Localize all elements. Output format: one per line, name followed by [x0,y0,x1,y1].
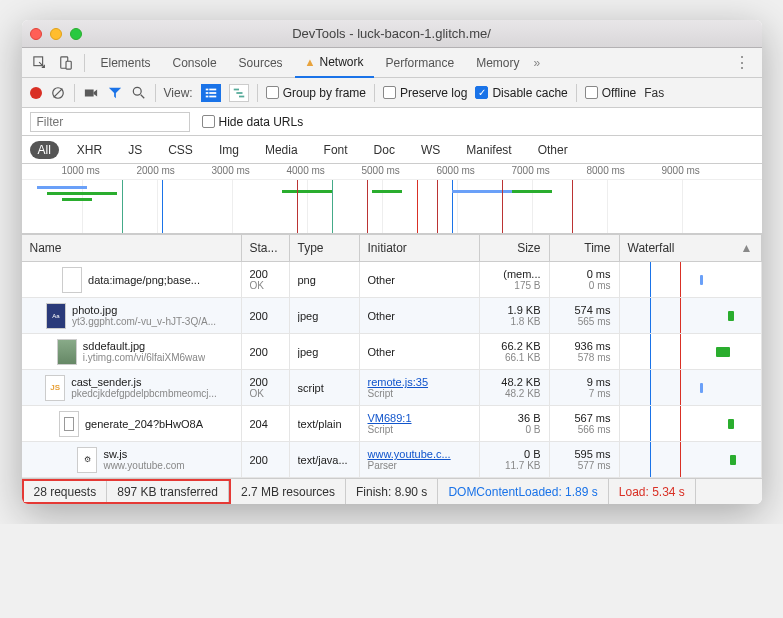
tab-console[interactable]: Console [163,48,227,78]
svg-point-6 [133,87,141,95]
svg-rect-14 [233,88,238,90]
col-type[interactable]: Type [290,235,360,261]
stat-transferred: 897 KB transferred [107,481,229,502]
svg-rect-12 [205,95,208,97]
camera-icon[interactable] [83,85,99,101]
cell-size: (mem...175 B [480,262,550,297]
initiator-link[interactable]: remote.js:35 [368,376,471,388]
table-row[interactable]: sddefault.jpgi.ytimg.com/vi/6lfaiXM6waw … [22,334,762,370]
preserve-log-checkbox[interactable]: Preserve log [383,86,467,100]
tab-performance[interactable]: Performance [376,48,465,78]
minimize-button[interactable] [50,28,62,40]
tab-memory[interactable]: Memory [466,48,529,78]
type-doc[interactable]: Doc [366,141,403,159]
svg-rect-15 [236,92,242,94]
svg-line-4 [53,88,62,97]
initiator-link[interactable]: www.youtube.c... [368,448,471,460]
cell-initiator: Other [360,334,480,369]
table-row[interactable]: generate_204?bHwO8A 204 text/plain VM689… [22,406,762,442]
type-manifest[interactable]: Manifest [458,141,519,159]
type-css[interactable]: CSS [160,141,201,159]
cell-status: 200 [242,298,290,333]
svg-rect-16 [239,95,244,97]
svg-rect-10 [205,92,208,94]
cell-size: 0 B11.7 KB [480,442,550,477]
cell-waterfall [620,334,762,369]
cell-time: 574 ms565 ms [550,298,620,333]
svg-rect-9 [209,88,216,90]
more-tabs-icon[interactable]: » [534,56,541,70]
type-js[interactable]: JS [120,141,150,159]
filter-input[interactable] [30,112,190,132]
cell-waterfall [620,370,762,405]
cell-time: 9 ms7 ms [550,370,620,405]
cell-size: 66.2 KB66.1 KB [480,334,550,369]
network-toolbar: View: Group by frame Preserve log ✓Disab… [22,78,762,108]
titlebar: DevTools - luck-bacon-1.glitch.me/ [22,20,762,48]
cell-status: 200 [242,442,290,477]
type-img[interactable]: Img [211,141,247,159]
col-initiator[interactable]: Initiator [360,235,480,261]
view-waterfall-button[interactable] [229,84,249,102]
type-all[interactable]: All [30,141,59,159]
cell-name: JS cast_sender.jspkedcjkdefgpdelpbcmbmeo… [22,370,242,405]
type-font[interactable]: Font [316,141,356,159]
type-other[interactable]: Other [530,141,576,159]
type-filter-row: All XHR JS CSS Img Media Font Doc WS Man… [22,136,762,164]
cell-size: 48.2 KB48.2 KB [480,370,550,405]
group-by-frame-checkbox[interactable]: Group by frame [266,86,366,100]
svg-rect-8 [205,88,208,90]
tab-sources[interactable]: Sources [229,48,293,78]
initiator-link[interactable]: VM689:1 [368,412,471,424]
stat-dcl: DOMContentLoaded: 1.89 s [438,479,608,504]
cell-status: 200OK [242,370,290,405]
col-waterfall[interactable]: Waterfall▲ [620,235,762,261]
type-ws[interactable]: WS [413,141,448,159]
traffic-lights [30,28,82,40]
cell-type: jpeg [290,298,360,333]
throttling-label[interactable]: Fas [644,86,664,100]
col-size[interactable]: Size [480,235,550,261]
table-row[interactable]: ⚙ sw.jswww.youtube.com 200 text/java... … [22,442,762,478]
cell-type: script [290,370,360,405]
table-row[interactable]: data:image/png;base... 200OK png Other (… [22,262,762,298]
stat-load: Load: 5.34 s [609,479,696,504]
disable-cache-checkbox[interactable]: ✓Disable cache [475,86,567,100]
hide-data-urls-checkbox[interactable]: Hide data URLs [202,115,304,129]
tab-network[interactable]: ▲Network [295,48,374,78]
stat-finish: Finish: 8.90 s [346,479,438,504]
type-media[interactable]: Media [257,141,306,159]
cell-waterfall [620,298,762,333]
col-status[interactable]: Sta... [242,235,290,261]
view-list-button[interactable] [201,84,221,102]
filter-icon[interactable] [107,85,123,101]
offline-checkbox[interactable]: Offline [585,86,636,100]
table-row[interactable]: JS cast_sender.jspkedcjkdefgpdelpbcmbmeo… [22,370,762,406]
cell-status: 200OK [242,262,290,297]
clear-icon[interactable] [50,85,66,101]
sort-arrow-icon: ▲ [741,241,753,255]
close-button[interactable] [30,28,42,40]
table-row[interactable]: Aa photo.jpgyt3.ggpht.com/-vu_v-hJT-3Q/A… [22,298,762,334]
cell-time: 595 ms577 ms [550,442,620,477]
col-time[interactable]: Time [550,235,620,261]
inspect-icon[interactable] [28,51,52,75]
cell-type: text/java... [290,442,360,477]
cell-initiator: Other [360,262,480,297]
cell-status: 204 [242,406,290,441]
maximize-button[interactable] [70,28,82,40]
col-name[interactable]: Name [22,235,242,261]
cell-status: 200 [242,334,290,369]
devtools-window: DevTools - luck-bacon-1.glitch.me/ Eleme… [22,20,762,504]
device-icon[interactable] [54,51,78,75]
svg-rect-5 [84,89,93,96]
record-button[interactable] [30,87,42,99]
menu-icon[interactable]: ⋮ [728,53,756,72]
cell-time: 0 ms0 ms [550,262,620,297]
cell-initiator: VM689:1Script [360,406,480,441]
tab-elements[interactable]: Elements [91,48,161,78]
type-xhr[interactable]: XHR [69,141,110,159]
search-icon[interactable] [131,85,147,101]
timeline-overview[interactable]: 1000 ms 2000 ms 3000 ms 4000 ms 5000 ms … [22,164,762,234]
cell-name: sddefault.jpgi.ytimg.com/vi/6lfaiXM6waw [22,334,242,369]
